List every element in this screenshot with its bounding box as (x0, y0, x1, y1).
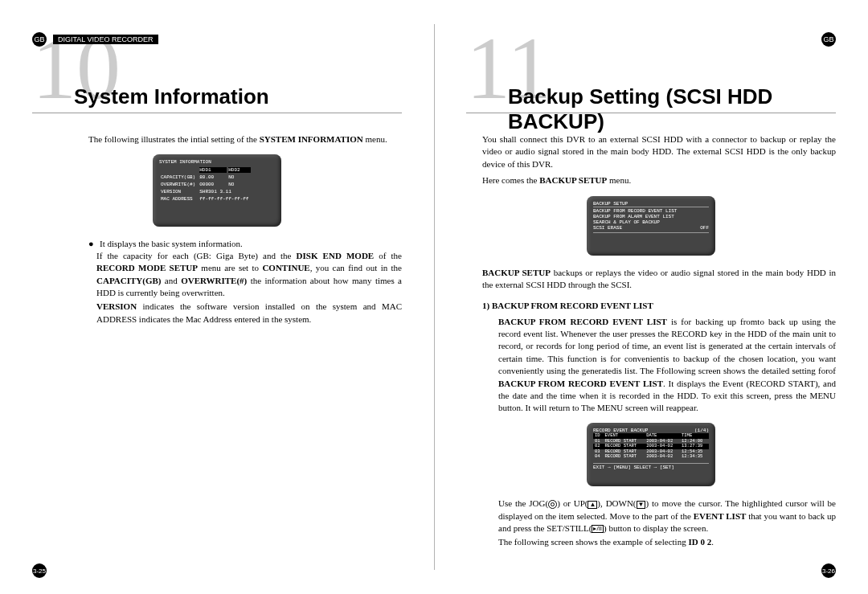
text: . (711, 537, 714, 547)
text: If the capacity for each (GB: Giga Byte)… (96, 251, 297, 260)
screen-title: RECORD EVENT BACKUP (593, 428, 648, 433)
text: indicates the software version installed… (96, 301, 402, 323)
paragraph: You shall connect this DVR to an externa… (482, 133, 836, 170)
cell: 00000 (199, 182, 227, 187)
menu-line: BACKUP FROM ALARM EVENT LIST (593, 214, 709, 219)
rule (466, 113, 836, 113)
menu-line: SEARCH & PLAY OF BACKUP (593, 219, 709, 225)
text: menu are set to (198, 263, 262, 272)
paragraph: BACKUP SETUP backups or replays the vide… (482, 267, 836, 292)
col-hdd2: HDD2 (228, 167, 251, 173)
text-bold: OVERWRITE(#) (181, 276, 247, 285)
paragraph: VERSION indicates the software version i… (96, 301, 402, 326)
text-bold: SYSTEM INFORMATION (260, 134, 363, 144)
cell: 2003-04-02 (645, 454, 680, 460)
text-bold: BACKUP FROM RECORD EVENT LIST (498, 379, 663, 388)
intro-line: The following illustrates the intial set… (88, 133, 402, 145)
cell: MAC ADDRESS (161, 196, 198, 202)
cell: ff-ff-ff-ff-ff-ff (199, 196, 251, 202)
cell: SHR301 3.11 (199, 189, 251, 195)
page-left: GB DIGITAL VIDEO RECORDER 10 System Info… (0, 0, 434, 594)
sysinfo-screen: SYSTEM INFORMATION HDD1 HDD2 CAPACITY(GB… (153, 154, 281, 226)
subheading: 1) BACKUP FROM RECORD EVENT LIST (482, 300, 836, 312)
text-bold: ID 0 2 (688, 537, 711, 547)
bullet: ● It displays the basic system informati… (88, 238, 402, 250)
text: ) button to display the screen. (604, 523, 708, 533)
content-left: The following illustrates the intial set… (32, 125, 402, 326)
paragraph: BACKUP FROM RECORD EVENT LIST is for bac… (498, 316, 836, 415)
screen-table: HDD1 HDD2 CAPACITY(GB)80.00NO OVERWRITE(… (159, 166, 252, 204)
page-right: GB 11 Backup Setting (SCSI HDD BACKUP) Y… (434, 0, 868, 594)
text: menu. (607, 175, 631, 185)
content-right: You shall connect this DVR to an externa… (466, 125, 836, 549)
text: ) or UP( (557, 498, 588, 508)
page-number: 3-25 (32, 563, 47, 578)
bullet-text: It displays the basic system information… (100, 238, 243, 250)
menu-value: OFF (700, 225, 709, 231)
up-icon: ▲ (588, 501, 597, 509)
backup-setup-screen: BACKUP SETUP BACKUP FROM RECORD EVENT LI… (587, 196, 715, 256)
cell: RECORD START (604, 454, 645, 460)
screen-pager: (1/4) (694, 428, 709, 433)
text-bold: BACKUP SETUP (482, 268, 551, 277)
gb-badge: GB (821, 32, 836, 47)
text: The following illustrates the intial set… (88, 134, 260, 144)
menu-line: SCSI ERASE (593, 225, 622, 231)
text-bold: RECORD MODE SETUP (96, 263, 198, 272)
text-bold: BACKUP SETUP (539, 175, 607, 185)
jog-icon (548, 500, 557, 509)
table-row: 04RECORD START2003-04-0212:34:35 (593, 454, 709, 460)
col-hdd1: HDD1 (199, 167, 227, 173)
section-title: System Information (74, 84, 269, 109)
event-table: ID EVENT DATE TIME 01RECORD START2003-04… (593, 433, 709, 460)
text-bold: CONTINUE (262, 263, 309, 272)
paragraph: Use the JOG() or UP(▲), DOWN(▼) to move … (498, 498, 836, 535)
paragraph: Here comes the BACKUP SETUP menu. (482, 174, 836, 186)
screen-title: SYSTEM INFORMATION (159, 159, 275, 165)
text-bold: EVENT LIST (694, 511, 747, 521)
menu-line: BACKUP FROM RECORD EVENT LIST (593, 208, 709, 214)
text: , you can find out in the (310, 263, 402, 272)
event-backup-screen: RECORD EVENT BACKUP (1/4) ID EVENT DATE … (587, 423, 715, 486)
page-number: 3-26 (821, 563, 836, 578)
screen-footer: EXIT → [MENU] SELECT → [SET] (593, 463, 709, 470)
text-bold: CAPACITY(GB) (96, 276, 161, 285)
set-still-icon: ▸/II (592, 525, 604, 533)
text: of the (374, 251, 402, 260)
rule (32, 113, 402, 113)
cell: 04 (593, 454, 604, 460)
cell: OVERWRITE(#) (161, 182, 198, 187)
paragraph: If the capacity for each (GB: Giga Byte)… (96, 250, 402, 300)
cell: 80.00 (199, 174, 227, 180)
cell: CAPACITY(GB) (161, 174, 198, 180)
text: menu. (363, 134, 387, 144)
text-bold: VERSION (96, 301, 137, 311)
text: Here comes the (482, 175, 539, 185)
paragraph: The following screen shows the example o… (498, 536, 836, 548)
cell: NO (228, 174, 251, 180)
cell: 12:34:35 (680, 454, 709, 460)
text: The following screen shows the example o… (498, 537, 688, 547)
down-icon: ▼ (637, 501, 646, 509)
bullet-icon: ● (88, 238, 100, 250)
text: Use the JOG( (498, 498, 548, 508)
cell: VERSION (161, 189, 198, 195)
text: and (161, 276, 181, 285)
screen-title: BACKUP SETUP (593, 201, 709, 207)
text-bold: DISK END MODE (297, 251, 375, 260)
text: ), DOWN( (597, 498, 636, 508)
cell: NO (228, 182, 251, 187)
text-bold: BACKUP FROM RECORD EVENT LIST (498, 317, 667, 326)
